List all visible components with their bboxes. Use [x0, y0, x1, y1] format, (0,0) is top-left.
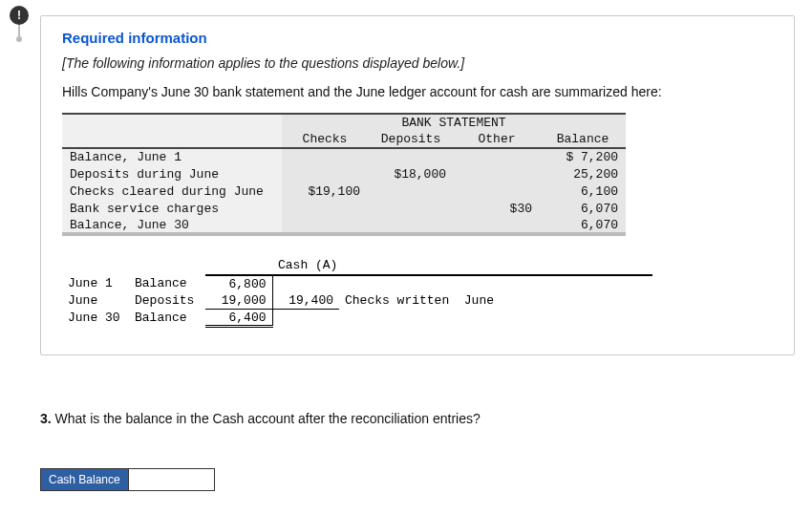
rail-dot	[16, 36, 22, 42]
info-badge-rail: !	[10, 6, 29, 42]
hdr-other: Other	[454, 131, 540, 148]
hdr-deposits: Deposits	[368, 131, 454, 148]
intro-paragraph: Hills Company's June 30 bank statement a…	[62, 84, 773, 99]
cash-ledger-title: Cash (A)	[272, 257, 500, 275]
info-card: Required information [The following info…	[40, 15, 795, 355]
hdr-checks: Checks	[282, 131, 368, 148]
bank-statement-table: BANK STATEMENT Checks Deposits Other Bal…	[62, 113, 626, 236]
bank-statement-title: BANK STATEMENT	[282, 114, 626, 131]
answer-label: Cash Balance	[40, 468, 129, 491]
table-row: Checks cleared during June $19,100 6,100	[62, 182, 626, 200]
rail-line	[18, 25, 20, 36]
table-row: Balance, June 30 6,070	[62, 217, 626, 234]
question-number: 3.	[40, 411, 52, 426]
cash-balance-input[interactable]	[129, 468, 215, 491]
required-info-title: Required information	[62, 30, 773, 46]
table-row: Deposits during June $18,000 25,200	[62, 165, 626, 182]
table-row: Bank service charges $30 6,070	[62, 200, 626, 217]
answer-row: Cash Balance	[40, 468, 215, 491]
question-body: What is the balance in the Cash account …	[55, 411, 481, 426]
hdr-balance: Balance	[540, 131, 626, 148]
exclamation-icon: !	[10, 6, 29, 25]
question-text: 3. What is the balance in the Cash accou…	[40, 411, 795, 426]
table-row: June Deposits 19,000 19,400 Checks writt…	[62, 292, 652, 310]
table-row: Balance, June 1 $ 7,200	[62, 148, 626, 165]
table-row: June 1 Balance 6,800	[62, 275, 652, 292]
cash-t-account: Cash (A) June 1 Balance 6,800 June Depos…	[62, 257, 652, 328]
applies-note: [The following information applies to th…	[62, 55, 773, 71]
table-row: June 30 Balance 6,400	[62, 310, 652, 327]
